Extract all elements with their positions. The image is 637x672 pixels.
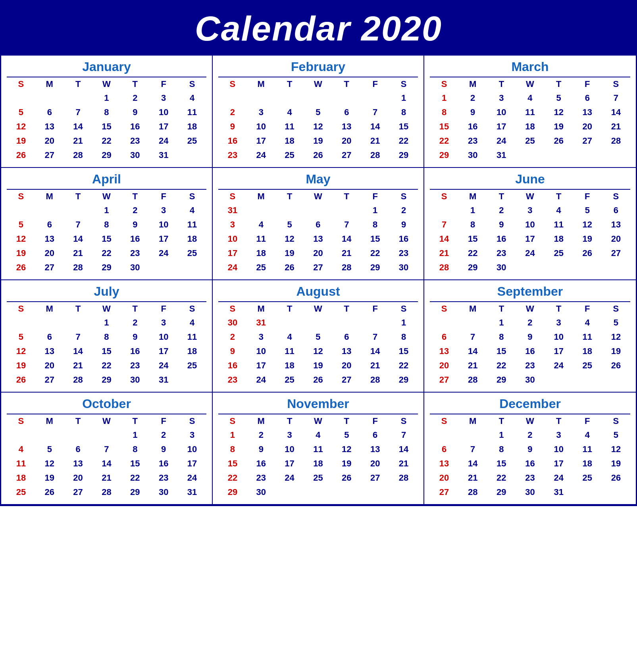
month-name-march: March [430,60,630,74]
month-table-december: SMTWTFS123456789101112131415161718192021… [430,414,630,499]
day-cell: 17 [178,456,206,471]
day-cell: 9 [458,105,487,119]
day-cell: 13 [35,344,64,358]
day-cell [35,91,64,105]
day-cell [602,260,630,275]
day-cell: 7 [602,91,630,105]
day-cell: 26 [7,260,35,275]
day-cell [602,485,630,499]
day-cell: 9 [121,218,149,232]
day-cell: 2 [458,91,487,105]
day-cell: 1 [458,203,487,218]
month-cell-february: FebruarySMTWTFS1234567891011121314151617… [213,56,424,168]
day-cell: 19 [545,119,573,134]
day-cell [178,260,206,275]
day-cell: 1 [389,91,418,105]
day-header-f-5: F [361,414,389,428]
day-cell: 23 [121,134,149,148]
day-cell: 21 [389,456,418,471]
day-cell: 14 [64,344,92,358]
day-cell: 22 [389,358,418,373]
day-cell: 23 [247,471,275,485]
day-cell: 23 [149,471,178,485]
day-header-f-5: F [573,77,602,91]
day-header-f-5: F [149,77,178,91]
day-cell: 26 [602,471,630,485]
day-header-s-6: S [389,302,418,316]
day-cell: 30 [458,148,487,162]
day-cell: 30 [121,373,149,387]
day-cell [247,203,275,218]
day-cell [7,428,35,442]
day-header-s-0: S [430,414,458,428]
day-cell: 5 [573,203,602,218]
day-cell: 15 [487,456,516,471]
day-cell [545,373,573,387]
day-cell: 24 [487,134,516,148]
day-cell: 10 [218,232,247,246]
day-cell: 10 [178,442,206,456]
day-cell: 21 [332,246,361,260]
day-cell: 23 [389,246,418,260]
day-header-s-0: S [430,302,458,316]
week-row: 2728293031 [430,485,630,499]
day-header-m-1: M [247,414,275,428]
day-cell: 16 [218,358,247,373]
day-cell: 28 [92,485,121,499]
day-cell: 11 [573,330,602,344]
day-cell [430,316,458,330]
day-cell: 28 [64,148,92,162]
day-cell: 31 [149,373,178,387]
day-cell: 3 [275,428,304,442]
day-cell: 26 [545,134,573,148]
day-header-t-4: T [545,302,573,316]
day-header-m-1: M [247,189,275,203]
day-cell: 15 [458,232,487,246]
day-cell: 18 [275,358,304,373]
week-row: 9101112131415 [218,344,418,358]
day-cell: 3 [218,218,247,232]
week-row: 123 [7,428,206,442]
day-cell: 25 [7,485,35,499]
day-cell: 27 [602,246,630,260]
day-header-m-1: M [247,302,275,316]
day-cell: 9 [487,218,516,232]
month-name-may: May [218,172,418,187]
day-cell [178,148,206,162]
day-header-w-3: W [516,189,544,203]
day-cell: 26 [304,148,333,162]
day-cell: 21 [361,134,389,148]
day-cell: 16 [121,232,149,246]
day-cell: 25 [178,358,206,373]
day-header-w-3: W [304,302,333,316]
day-cell [7,91,35,105]
day-cell: 26 [332,471,361,485]
week-row: 30311 [218,316,418,330]
day-header-t-4: T [121,77,149,91]
day-cell: 10 [247,119,275,134]
day-header-t-4: T [545,77,573,91]
day-cell: 31 [218,203,247,218]
month-cell-june: JuneSMTWTFS12345678910111213141516171819… [424,168,636,280]
day-cell: 23 [218,148,247,162]
calendar-heading: Calendar 2020 [1,8,636,49]
day-cell: 6 [64,442,92,456]
day-cell: 15 [487,344,516,358]
day-cell: 9 [516,330,544,344]
day-cell: 14 [332,232,361,246]
day-cell: 1 [361,203,389,218]
day-cell: 10 [149,105,178,119]
day-cell: 28 [389,471,418,485]
day-cell: 2 [149,428,178,442]
month-name-august: August [218,284,418,299]
day-header-s-0: S [7,302,35,316]
day-header-w-3: W [304,77,333,91]
day-cell: 30 [516,373,544,387]
day-cell: 22 [218,471,247,485]
day-cell: 25 [573,471,602,485]
day-cell: 27 [304,260,333,275]
month-cell-july: JulySMTWTFS12345678910111213141516171819… [1,280,213,393]
day-cell: 22 [389,134,418,148]
week-row: 1234 [7,316,206,330]
day-header-t-2: T [64,77,92,91]
